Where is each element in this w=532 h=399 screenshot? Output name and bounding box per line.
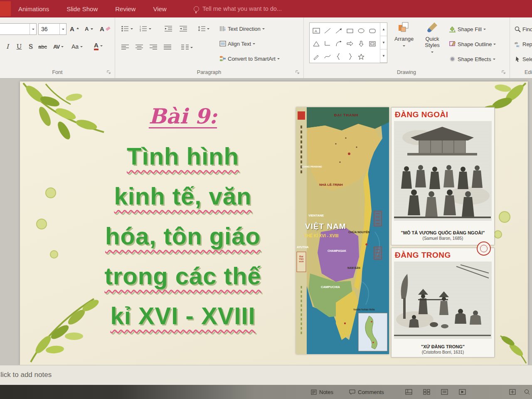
arrange-button[interactable]: Arrange bbox=[391, 22, 417, 64]
star-shape-icon[interactable] bbox=[355, 50, 367, 63]
elbow-connector-icon[interactable] bbox=[322, 37, 333, 50]
down-arrow-shape-icon[interactable] bbox=[355, 37, 367, 50]
notes-placeholder[interactable]: Click to add notes bbox=[0, 371, 52, 379]
justify-button[interactable] bbox=[164, 42, 171, 52]
align-right-button[interactable] bbox=[150, 42, 157, 52]
frame-shape-icon[interactable] bbox=[367, 37, 378, 50]
font-dialog-launcher[interactable] bbox=[106, 70, 111, 75]
font-color-button[interactable]: A bbox=[94, 41, 103, 51]
shape-fill-button[interactable]: Shape Fill bbox=[449, 24, 486, 34]
zoom-icon[interactable] bbox=[524, 389, 530, 395]
tab-review[interactable]: Review bbox=[115, 5, 135, 12]
strikethrough-label: abc bbox=[38, 44, 47, 50]
comments-toggle-button[interactable]: Comments bbox=[349, 385, 384, 399]
tab-slide-show[interactable]: Slide Show bbox=[66, 5, 98, 12]
editing-group-label: Editing bbox=[514, 69, 532, 75]
text-direction-button[interactable]: Text Direction bbox=[219, 24, 265, 34]
find-button[interactable]: Find bbox=[515, 24, 532, 34]
shrink-font-button[interactable]: A bbox=[85, 24, 94, 34]
text-box-icon[interactable]: A bbox=[310, 24, 322, 37]
align-center-icon bbox=[135, 44, 143, 50]
decrease-indent-button[interactable] bbox=[165, 24, 172, 34]
shape-outline-button[interactable]: Shape Outline bbox=[449, 39, 496, 49]
paragraph-dialog-launcher[interactable] bbox=[295, 70, 300, 75]
triangle-shape-icon[interactable] bbox=[310, 37, 322, 50]
drawing-group-label: Drawing bbox=[303, 69, 510, 75]
drawing-dialog-launcher[interactable] bbox=[501, 70, 506, 75]
tell-me-box[interactable]: Tell me what you want to do... bbox=[194, 0, 282, 17]
leaves-bottom-right[interactable] bbox=[498, 331, 528, 365]
comments-icon bbox=[349, 389, 355, 395]
vietnam-map-image[interactable]: ĐẠI THANH NHÀ LÊ-TRỊNH LUANG PRABANG VIE… bbox=[296, 107, 389, 354]
tab-animations[interactable]: Animations bbox=[18, 5, 49, 12]
select-button[interactable]: Select bbox=[515, 54, 532, 64]
replace-button[interactable]: abac Replace bbox=[515, 39, 532, 49]
figure-top-title: ĐÀNG NGOÀI bbox=[395, 110, 448, 119]
bullets-icon bbox=[121, 26, 129, 32]
gallery-scroll-up-icon[interactable]: ▲ bbox=[380, 23, 387, 36]
tab-view[interactable]: View bbox=[153, 5, 166, 12]
shapes-gallery-scrollbar[interactable]: ▲ ▼ ▼ bbox=[380, 23, 387, 63]
reading-view-icon[interactable] bbox=[441, 389, 448, 395]
lesson-number-title[interactable]: Bài 9: bbox=[66, 104, 299, 128]
map-label-period: THẾ KỈ XVI - XVIII bbox=[304, 234, 338, 238]
gallery-scroll-down-icon[interactable]: ▼ bbox=[380, 36, 387, 49]
map-label-nam-ban: NAM BÀN bbox=[347, 266, 360, 269]
normal-view-icon[interactable] bbox=[405, 389, 412, 395]
shapes-gallery[interactable]: A ▲ ▼ ▼ bbox=[309, 22, 387, 63]
numbering-button[interactable]: 123 bbox=[140, 24, 151, 34]
left-brace-shape-icon[interactable] bbox=[333, 50, 344, 63]
dot bbox=[45, 187, 56, 198]
character-spacing-button[interactable]: AV bbox=[53, 42, 64, 52]
quick-styles-button[interactable]: Quick Styles bbox=[420, 22, 445, 64]
figure-dang-trong[interactable]: ĐÀNG TRONG "XỨ bbox=[391, 248, 495, 357]
strikethrough-button[interactable]: abc bbox=[38, 42, 47, 52]
align-center-button[interactable] bbox=[135, 42, 143, 52]
zoom-controls bbox=[509, 385, 530, 399]
slide-heading[interactable]: Tình hình kinh tế, văn hóa, tôn giáo tro… bbox=[66, 136, 299, 336]
curved-connector-icon[interactable] bbox=[333, 37, 344, 50]
italic-button[interactable]: I bbox=[2, 42, 12, 52]
svg-text:A: A bbox=[315, 29, 317, 33]
oval-shape-icon[interactable] bbox=[355, 24, 367, 37]
line-shape-icon[interactable] bbox=[322, 24, 333, 37]
fit-to-window-icon[interactable] bbox=[509, 389, 516, 395]
text-shadow-button[interactable]: S bbox=[26, 42, 36, 52]
gallery-more-icon[interactable]: ▼ bbox=[380, 49, 387, 63]
freeform-pen-icon[interactable] bbox=[310, 50, 322, 63]
rectangle-shape-icon[interactable] bbox=[344, 24, 355, 37]
clear-formatting-button[interactable]: A bbox=[100, 24, 110, 34]
replace-icon: abac bbox=[515, 41, 521, 47]
shape-effects-button[interactable]: Shape Effects bbox=[449, 54, 495, 64]
align-text-button[interactable]: Align Text bbox=[219, 39, 255, 49]
font-name-dropdown[interactable] bbox=[30, 24, 36, 34]
change-case-button[interactable]: Aa bbox=[71, 42, 83, 52]
dropdown-icon bbox=[483, 29, 486, 31]
right-arrow-shape-icon[interactable] bbox=[344, 37, 355, 50]
curve-shape-icon[interactable] bbox=[322, 50, 333, 63]
align-left-button[interactable] bbox=[121, 42, 129, 52]
font-size-combo[interactable]: 36 bbox=[38, 23, 66, 35]
columns-button[interactable] bbox=[181, 42, 193, 52]
slideshow-icon[interactable] bbox=[459, 389, 466, 395]
engraving-dang-trong bbox=[394, 261, 492, 339]
grow-font-button[interactable]: A bbox=[70, 24, 79, 34]
increase-indent-button[interactable] bbox=[180, 24, 187, 34]
notes-toggle-button[interactable]: Notes bbox=[311, 385, 333, 399]
arrow-line-shape-icon[interactable] bbox=[333, 24, 344, 37]
titlebar-left-accent bbox=[0, 1, 11, 16]
slide-sorter-icon[interactable] bbox=[423, 389, 430, 395]
notes-pane[interactable]: Click to add notes bbox=[0, 365, 532, 385]
figure-dang-ngoai[interactable]: ĐÀNG NGOÀI bbox=[391, 107, 495, 245]
slide-canvas[interactable]: Bài 9: Tình hình kinh tế, văn hóa, tôn g… bbox=[20, 81, 528, 365]
font-size-dropdown[interactable] bbox=[59, 24, 66, 34]
font-name-combo[interactable] bbox=[0, 23, 37, 35]
underline-button[interactable]: U bbox=[14, 42, 24, 52]
bullets-button[interactable] bbox=[121, 24, 133, 34]
paragraph-group: 123 bbox=[115, 17, 304, 78]
right-brace-shape-icon[interactable] bbox=[344, 50, 355, 63]
convert-smartart-button[interactable]: Convert to SmartArt bbox=[219, 54, 280, 64]
rounded-rectangle-shape-icon[interactable] bbox=[367, 24, 378, 37]
align-left-icon bbox=[121, 44, 129, 50]
line-spacing-button[interactable] bbox=[198, 24, 209, 34]
